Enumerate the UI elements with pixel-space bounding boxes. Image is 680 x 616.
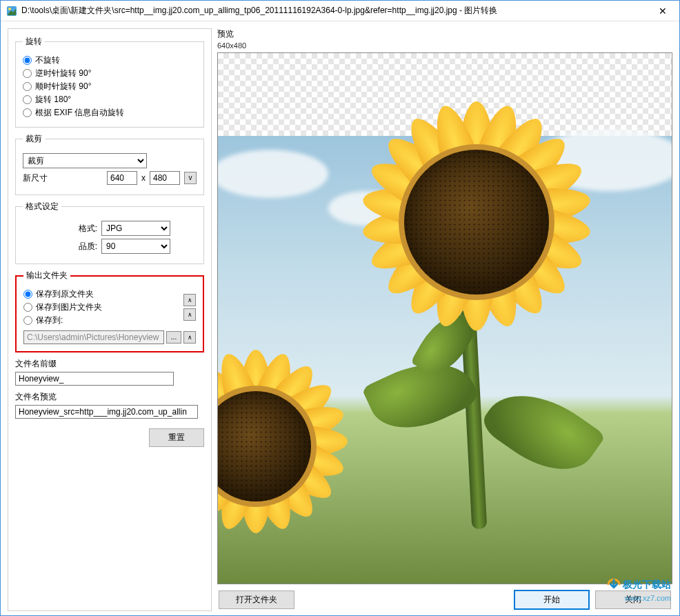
- start-button[interactable]: 开始: [514, 590, 590, 610]
- preview-name-label: 文件名预览: [15, 391, 204, 403]
- output-up3-button[interactable]: ∧: [183, 331, 196, 344]
- output-pictures-label[interactable]: 保存到图片文件夹: [36, 301, 102, 313]
- browse-button[interactable]: ...: [166, 331, 181, 344]
- close-button[interactable]: 关闭: [595, 590, 671, 609]
- crop-v-button[interactable]: v: [184, 172, 197, 184]
- rotate-ccw90-label[interactable]: 逆时针旋转 90°: [35, 68, 91, 79]
- rotate-none-radio[interactable]: [23, 56, 32, 65]
- bottom-bar: 打开文件夹 开始 关闭: [217, 584, 672, 611]
- format-legend: 格式设定: [23, 201, 61, 212]
- quality-label: 品质:: [68, 241, 97, 252]
- output-orig-label[interactable]: 保存到原文件夹: [36, 288, 94, 300]
- crop-height-input[interactable]: [150, 171, 180, 185]
- output-legend: 输出文件夹: [23, 270, 70, 281]
- rotate-180-radio[interactable]: [23, 95, 32, 104]
- titlebar-text: D:\tools\桌面\新建文件夹\src=http__img.jj20.com…: [21, 5, 652, 17]
- preview-label: 预览: [217, 28, 672, 40]
- rotate-180-label[interactable]: 旋转 180°: [35, 94, 71, 106]
- prefix-label: 文件名前缀: [15, 358, 204, 370]
- content-area: 旋转 不旋转 逆时针旋转 90° 顺时针旋转 90° 旋转 180° 根据 EX…: [1, 21, 679, 615]
- preview-image: [217, 52, 672, 584]
- output-up2-button[interactable]: ∧: [183, 308, 196, 321]
- preview-dims: 640x480: [217, 41, 672, 50]
- app-icon: [6, 6, 17, 17]
- output-orig-radio[interactable]: [23, 290, 32, 299]
- app-window: D:\tools\桌面\新建文件夹\src=http__img.jj20.com…: [0, 0, 680, 616]
- rotate-cw90-label[interactable]: 顺时针旋转 90°: [35, 81, 91, 92]
- rotate-cw90-radio[interactable]: [23, 82, 32, 91]
- rotate-legend: 旋转: [23, 36, 45, 48]
- right-panel: 预览 640x480: [217, 28, 672, 611]
- crop-legend: 裁剪: [23, 133, 45, 145]
- rotate-ccw90-radio[interactable]: [23, 69, 32, 78]
- rotate-group: 旋转 不旋转 逆时针旋转 90° 顺时针旋转 90° 旋转 180° 根据 EX…: [15, 36, 204, 128]
- format-label: 格式:: [68, 223, 97, 235]
- format-group: 格式设定 格式: JPG 品质: 90: [15, 201, 204, 264]
- output-path-input: [23, 330, 164, 344]
- svg-point-1: [8, 8, 11, 10]
- preview-name-section: 文件名预览: [15, 391, 204, 419]
- reset-button[interactable]: 重置: [149, 428, 204, 447]
- open-folder-button[interactable]: 打开文件夹: [219, 590, 294, 609]
- close-icon[interactable]: ✕: [652, 6, 674, 17]
- output-group: 输出文件夹 保存到原文件夹 保存到图片文件夹 保存到: ∧ ∧ ... ∧: [15, 270, 204, 352]
- rotate-none-label[interactable]: 不旋转: [35, 54, 60, 66]
- x-label: x: [141, 173, 146, 183]
- crop-group: 裁剪 裁剪 新尺寸 x v: [15, 133, 204, 195]
- crop-mode-select[interactable]: 裁剪: [23, 153, 147, 168]
- newsize-label: 新尺寸: [23, 172, 57, 184]
- crop-width-input[interactable]: [107, 171, 137, 185]
- preview-name-input[interactable]: [15, 405, 198, 419]
- titlebar: D:\tools\桌面\新建文件夹\src=http__img.jj20.com…: [1, 1, 679, 21]
- left-panel: 旋转 不旋转 逆时针旋转 90° 顺时针旋转 90° 旋转 180° 根据 EX…: [8, 28, 212, 611]
- rotate-exif-radio[interactable]: [23, 108, 32, 117]
- rotate-exif-label[interactable]: 根据 EXIF 信息自动旋转: [35, 107, 124, 119]
- quality-select[interactable]: 90: [101, 239, 170, 254]
- prefix-section: 文件名前缀: [15, 358, 204, 386]
- output-custom-radio[interactable]: [23, 316, 32, 325]
- format-select[interactable]: JPG: [101, 221, 170, 236]
- output-pictures-radio[interactable]: [23, 303, 32, 312]
- output-custom-label[interactable]: 保存到:: [36, 315, 63, 326]
- prefix-input[interactable]: [15, 372, 174, 386]
- output-up1-button[interactable]: ∧: [183, 294, 196, 306]
